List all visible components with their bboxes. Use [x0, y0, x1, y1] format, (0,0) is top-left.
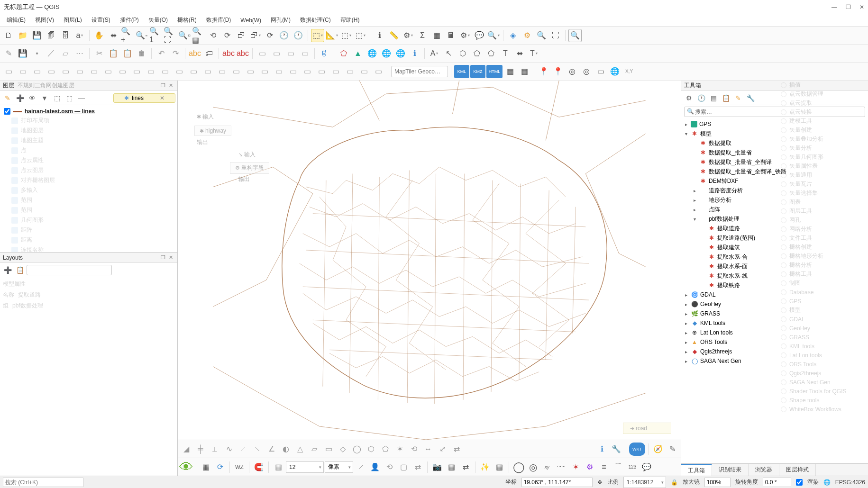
star-tool-button[interactable]: ✶ — [569, 461, 582, 474]
grid-plugin-button[interactable]: ▦ — [503, 65, 517, 78]
render-checkbox[interactable] — [796, 478, 803, 487]
cad9-button[interactable]: △ — [293, 443, 307, 456]
search-plugins-button[interactable]: 🔍 — [535, 29, 548, 42]
misc27-button[interactable]: ▭ — [372, 65, 385, 78]
field-calc-button[interactable]: 🖩 — [444, 29, 457, 42]
cad3-button[interactable]: ⟂ — [208, 443, 221, 456]
fx2-button[interactable]: ▦ — [493, 461, 506, 474]
line-tool-button[interactable]: ≡ — [597, 461, 611, 474]
cad10-button[interactable]: ▱ — [308, 443, 321, 456]
layer-remove-button[interactable]: — — [76, 92, 87, 104]
target-button[interactable]: ◎ — [526, 461, 539, 474]
cad2-button[interactable]: ╪ — [194, 443, 207, 456]
decoration-button[interactable]: ▭ — [298, 47, 311, 60]
locator-search-input[interactable] — [3, 478, 83, 487]
zoom-out-button[interactable]: 🔍- — [135, 29, 148, 42]
target1-button[interactable]: ◎ — [566, 65, 579, 78]
menu-raster[interactable]: 栅格(R) — [173, 15, 201, 26]
toolbox-results-button[interactable]: ▤ — [708, 92, 719, 104]
kml-badge-icon[interactable]: KML — [454, 65, 469, 78]
toolbox-item[interactable]: ▸⊕Lat Lon tools — [681, 328, 868, 337]
html-label-button[interactable]: ▭ — [256, 47, 269, 60]
save-project-button[interactable]: 💾 — [30, 29, 44, 42]
gear-tool-button[interactable]: ⚙ — [583, 461, 596, 474]
layer-visibility-checkbox[interactable] — [4, 108, 10, 115]
toolbox-item[interactable]: ✱数据提取 — [681, 138, 868, 148]
menu-layer[interactable]: 图层(L) — [59, 15, 87, 26]
geocoder-input[interactable] — [391, 66, 448, 77]
toolbox-edit-button[interactable]: ✎ — [732, 92, 744, 104]
snap-unit-combo[interactable]: 像素 — [325, 461, 353, 473]
toolbox-button[interactable]: ⚙ — [458, 29, 472, 42]
add-polygon-button[interactable]: ▱ — [59, 47, 72, 60]
redo-button[interactable]: ↷ — [169, 47, 182, 60]
add-point-button[interactable]: • — [30, 47, 44, 60]
area-tool-button[interactable]: ▲ — [351, 47, 365, 60]
layout-dup-button[interactable]: 📋 — [14, 264, 26, 276]
layers-plugin-button[interactable]: ▦ — [518, 65, 531, 78]
epsg-label[interactable]: EPSG:4326 — [835, 479, 865, 486]
eye-logo-icon[interactable]: 👁 — [180, 461, 193, 474]
layer-add-group-button[interactable]: ➕ — [14, 92, 26, 104]
cad1-button[interactable]: ◢ — [180, 443, 193, 456]
toolbox-item[interactable]: ▸点阵 — [681, 205, 868, 214]
new-map-view-button[interactable]: 🗗 — [235, 29, 248, 42]
toolbox-model-button[interactable]: 📋 — [720, 92, 731, 104]
toolbox-gear-button[interactable]: ⚙ — [683, 92, 694, 104]
zoom-native-button[interactable]: 🔍1 — [149, 29, 163, 42]
attribute-table-button[interactable]: ▦ — [430, 29, 443, 42]
camera-button[interactable]: 📷 — [430, 461, 444, 474]
rotation-input[interactable] — [763, 478, 791, 487]
wz-button[interactable]: WZ — [233, 461, 246, 474]
label-toolbar-button[interactable]: 🏷 — [202, 47, 216, 60]
zoom-full-button[interactable]: 🔍⛶ — [164, 29, 177, 42]
misc2-button[interactable]: ▭ — [16, 65, 29, 78]
toolbox-item[interactable]: ▸道路密度分析 — [681, 186, 868, 195]
copy-features-button[interactable]: 📋 — [107, 47, 120, 60]
toolbox-item[interactable]: ▾✱模型 — [681, 129, 868, 138]
layer-collapse-button[interactable]: ⬚ — [64, 92, 75, 104]
layouts-panel-float-button[interactable]: ❐ — [159, 254, 167, 262]
num-123-button[interactable]: 123 — [626, 461, 639, 474]
toolbox-item[interactable]: ✱提取道路 — [681, 224, 868, 233]
layouts-panel-close-button[interactable]: ✕ — [167, 254, 174, 262]
cad7-button[interactable]: ∠ — [265, 443, 278, 456]
scale-combo[interactable]: 1:1483912 — [623, 477, 666, 488]
topology-button[interactable]: ⟳ — [213, 461, 227, 474]
abc-style-button[interactable]: abc — [222, 47, 235, 60]
text-box-button[interactable]: T — [527, 47, 540, 60]
save-edits-button[interactable]: 💾 — [16, 47, 29, 60]
move-label-button[interactable]: ⬌ — [513, 47, 526, 60]
refresh-button[interactable]: ⟳ — [263, 29, 276, 42]
toolbox-item[interactable]: ✱数据提取_批量省_全翻译 — [681, 157, 868, 167]
misc18-button[interactable]: ▭ — [244, 65, 257, 78]
toolbox-item[interactable]: ▸▲ORS Tools — [681, 337, 868, 347]
cad12-button[interactable]: ◇ — [336, 443, 349, 456]
misc19-button[interactable]: ▭ — [258, 65, 271, 78]
toolbox-options-button[interactable]: 🔧 — [745, 92, 756, 104]
undo-button[interactable]: ↶ — [155, 47, 168, 60]
layer-style-button[interactable]: ◈ — [506, 29, 520, 42]
misc6-button[interactable]: ▭ — [73, 65, 86, 78]
pan-button[interactable]: ✋ — [92, 29, 106, 42]
misc26-button[interactable]: ▭ — [357, 65, 371, 78]
abc-style2-button[interactable]: abc — [236, 47, 249, 60]
toolbox-item[interactable]: ▸GPS — [681, 119, 868, 129]
globe-plugin-button[interactable]: 🌐 — [608, 65, 621, 78]
snap-grid-button[interactable]: ▦ — [272, 461, 285, 474]
lines-chip-close[interactable]: ✕ — [160, 95, 164, 101]
menu-view[interactable]: 视图(V) — [30, 15, 59, 26]
toolbox-item[interactable]: ▸地形分析 — [681, 195, 868, 205]
magnifier-input[interactable] — [704, 478, 731, 487]
bottom-tab[interactable]: 浏览器 — [749, 464, 779, 476]
misc22-button[interactable]: ▭ — [301, 65, 314, 78]
toolbox-item[interactable]: ▸◆KML tools — [681, 318, 868, 328]
misc7-button[interactable]: ▭ — [87, 65, 101, 78]
processing-history-button[interactable]: 🔍 — [568, 29, 582, 42]
identify-button[interactable]: ℹ — [373, 29, 386, 42]
layer-style-preset-button[interactable]: ✎ — [2, 92, 13, 104]
xy-button[interactable]: X,Y — [622, 65, 636, 78]
zoom-last-button[interactable]: ⟲ — [206, 29, 219, 42]
merge-button[interactable]: ⬠ — [484, 47, 498, 60]
georef-button[interactable]: 🧭 — [651, 443, 665, 456]
